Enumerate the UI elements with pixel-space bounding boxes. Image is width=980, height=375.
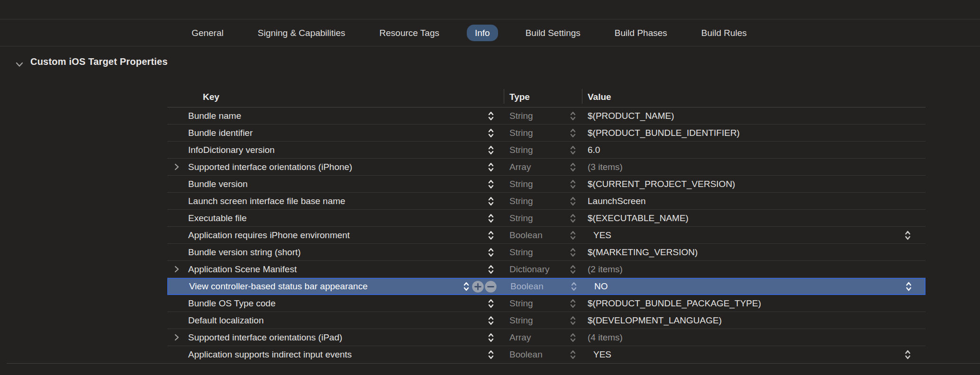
table-row[interactable]: Bundle version string (short)String$(MAR… [167,244,926,261]
row-value: (2 items) [588,261,623,277]
key-stepper-icon[interactable] [487,295,495,312]
row-value: $(EXECUTABLE_NAME) [588,210,689,226]
table-row[interactable]: Bundle nameString$(PRODUCT_NAME) [167,107,926,125]
value-popup-chevron-icon[interactable] [904,279,913,294]
column-divider[interactable] [582,89,582,104]
type-stepper-icon[interactable] [569,125,577,141]
row-type: String [509,107,533,124]
value-popup-chevron-icon[interactable] [903,346,912,363]
tabbar-divider [0,46,980,46]
type-stepper-icon[interactable] [569,312,577,329]
type-stepper-icon[interactable] [569,142,577,158]
row-type: Dictionary [509,261,549,277]
table-row[interactable]: Supported interface orientations (iPhone… [167,159,926,176]
column-header-key: Key [203,87,219,107]
row-key: Executable file [188,210,247,226]
table-row[interactable]: Application supports indirect input even… [167,346,926,363]
type-stepper-icon[interactable] [569,295,577,312]
row-key: Application supports indirect input even… [188,346,352,363]
key-stepper-icon[interactable] [487,125,495,141]
row-key: Launch screen interface file base name [188,193,345,209]
tab-info[interactable]: Info [467,25,498,41]
key-stepper-icon[interactable] [487,193,495,209]
type-stepper-icon[interactable] [569,329,577,346]
table-row[interactable]: View controller-based status bar appeara… [167,278,926,295]
table-header-row: Key Type Value [167,87,926,107]
key-stepper-icon[interactable] [487,107,495,124]
tab-signing-capabilities[interactable]: Signing & Capabilities [251,25,352,41]
table-row[interactable]: Executable fileString$(EXECUTABLE_NAME) [167,210,926,227]
row-key: Bundle OS Type code [188,295,276,312]
key-stepper-icon[interactable] [462,279,471,294]
row-type: String [509,295,533,312]
type-stepper-icon[interactable] [569,346,577,363]
row-key: Bundle name [188,107,241,124]
key-stepper-icon[interactable] [487,159,495,175]
row-value: $(DEVELOPMENT_LANGUAGE) [588,312,722,329]
type-stepper-icon[interactable] [569,107,577,124]
key-stepper-icon[interactable] [487,227,495,243]
type-stepper-icon[interactable] [569,210,577,226]
tab-build-settings[interactable]: Build Settings [519,25,587,41]
type-stepper-icon[interactable] [569,176,577,192]
key-stepper-icon[interactable] [487,261,495,277]
section-title: Custom iOS Target Properties [30,56,168,67]
table-row[interactable]: Bundle versionString$(CURRENT_PROJECT_VE… [167,176,926,193]
table-row[interactable]: Bundle identifierString$(PRODUCT_BUNDLE_… [167,125,926,142]
disclosure-chevron-icon[interactable] [171,159,181,175]
row-key: View controller-based status bar appeara… [189,279,368,294]
row-value: $(CURRENT_PROJECT_VERSION) [588,176,735,192]
row-type: String [509,125,533,141]
type-stepper-icon[interactable] [569,244,577,260]
value-popup-chevron-icon[interactable] [903,227,912,243]
table-row[interactable]: Launch screen interface file base nameSt… [167,193,926,210]
row-value: YES [593,346,611,363]
column-divider[interactable] [504,89,504,104]
row-type: String [509,312,533,329]
table-row[interactable]: InfoDictionary versionString6.0 [167,142,926,159]
row-type: String [509,210,533,226]
type-stepper-icon[interactable] [569,193,577,209]
row-value: 6.0 [588,142,600,158]
table-row[interactable]: Application requires iPhone environmentB… [167,227,926,244]
remove-row-button[interactable] [484,279,497,294]
key-stepper-icon[interactable] [487,210,495,226]
disclosure-chevron-icon[interactable] [171,329,181,346]
tab-general[interactable]: General [185,25,230,41]
tab-resource-tags[interactable]: Resource Tags [373,25,446,41]
table-row[interactable]: Default localizationString$(DEVELOPMENT_… [167,312,926,329]
row-key: Application Scene Manifest [188,261,297,277]
row-type: Boolean [510,279,544,294]
table-row[interactable]: Supported interface orientations (iPad)A… [167,329,926,346]
chevron-down-icon[interactable] [14,59,25,71]
row-value: $(PRODUCT_BUNDLE_IDENTIFIER) [588,125,740,141]
key-stepper-icon[interactable] [487,329,495,346]
table-row[interactable]: Bundle OS Type codeString$(PRODUCT_BUNDL… [167,295,926,312]
row-type: Array [509,329,531,346]
type-stepper-icon[interactable] [570,279,578,294]
table-row[interactable]: Application Scene ManifestDictionary(2 i… [167,261,926,278]
type-stepper-icon[interactable] [569,227,577,243]
key-stepper-icon[interactable] [487,176,495,192]
type-stepper-icon[interactable] [569,261,577,277]
editor-tab-bar: GeneralSigning & CapabilitiesResource Ta… [0,19,959,46]
add-row-button[interactable] [472,279,484,294]
key-stepper-icon[interactable] [487,244,495,260]
row-value: (4 items) [588,329,623,346]
row-type: Array [509,159,531,175]
tab-build-rules[interactable]: Build Rules [695,25,753,41]
row-value: $(MARKETING_VERSION) [588,244,698,260]
row-key: Supported interface orientations (iPhone… [188,159,352,175]
disclosure-chevron-icon[interactable] [171,261,181,277]
key-stepper-icon[interactable] [487,142,495,158]
row-type: Boolean [509,227,543,243]
key-stepper-icon[interactable] [487,346,495,363]
row-key: InfoDictionary version [188,142,275,158]
row-value: NO [594,279,608,294]
tab-build-phases[interactable]: Build Phases [608,25,674,41]
row-key: Bundle version [188,176,248,192]
row-value: $(PRODUCT_NAME) [588,107,674,124]
key-stepper-icon[interactable] [487,312,495,329]
type-stepper-icon[interactable] [569,159,577,175]
section-header: Custom iOS Target Properties [0,55,980,74]
